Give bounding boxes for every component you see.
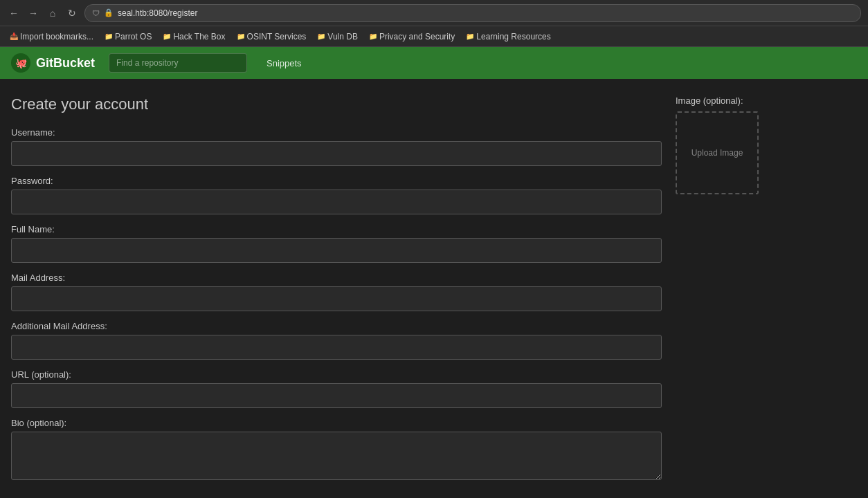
folder-icon-5: 📁 [369,33,377,40]
import-icon: 📥 [10,33,18,40]
gitbucket-navbar: 🐙 GitBucket Snippets [0,47,868,79]
bookmarks-bar: 📥 Import bookmarks... 📁 Parrot OS 📁 Hack… [0,26,868,47]
refresh-button[interactable]: ↻ [65,6,79,20]
bio-group: Bio (optional): [11,418,662,482]
bookmark-vulndb[interactable]: 📁 Vuln DB [313,30,362,43]
registration-form-section: Create your account Username: Password: … [11,95,662,492]
url-group: URL (optional): [11,369,662,408]
image-upload-box[interactable]: Upload Image [676,111,759,194]
url-input[interactable] [11,383,662,408]
mail-input[interactable] [11,286,662,311]
username-input[interactable] [11,141,662,166]
additional-mail-label: Additional Mail Address: [11,321,662,331]
folder-icon-6: 📁 [466,33,474,40]
username-label: Username: [11,127,662,138]
additional-mail-input[interactable] [11,335,662,360]
lock-icon: 🔒 [104,8,114,17]
gitbucket-logo[interactable]: 🐙 GitBucket [11,53,95,73]
shield-icon: 🛡 [92,9,100,17]
back-button[interactable]: ← [7,6,21,20]
bookmark-privacy[interactable]: 📁 Privacy and Security [365,30,459,43]
bookmark-label: Import bookmarks... [20,32,93,42]
image-optional-label: Image (optional): [676,95,766,106]
bookmark-learning[interactable]: 📁 Learning Resources [462,30,554,43]
username-group: Username: [11,127,662,166]
image-upload-section: Image (optional): Upload Image [676,95,766,492]
password-group: Password: [11,176,662,214]
bookmark-label: Vuln DB [327,32,358,42]
bookmark-label: Hack The Box [173,32,225,42]
fullname-label: Full Name: [11,224,662,234]
fullname-group: Full Name: [11,224,662,263]
bookmark-parrot[interactable]: 📁 Parrot OS [100,30,156,43]
repository-search-input[interactable] [109,53,247,73]
folder-icon-2: 📁 [163,33,171,40]
url-text: seal.htb:8080/register [118,8,197,18]
forward-button[interactable]: → [26,6,40,20]
bio-label: Bio (optional): [11,418,662,428]
page-title: Create your account [11,95,662,113]
address-bar[interactable]: 🛡 🔒 seal.htb:8080/register [84,4,861,22]
bookmark-label: Privacy and Security [379,32,455,42]
folder-icon-4: 📁 [317,33,325,40]
upload-image-text: Upload Image [691,148,743,158]
additional-mail-group: Additional Mail Address: [11,321,662,360]
password-input[interactable] [11,190,662,214]
fullname-input[interactable] [11,238,662,263]
bio-input[interactable] [11,432,662,480]
snippets-link[interactable]: Snippets [261,55,307,71]
password-label: Password: [11,176,662,186]
bookmark-label: Parrot OS [115,32,152,42]
folder-icon-1: 📁 [105,33,113,40]
main-content: Create your account Username: Password: … [0,79,868,498]
bookmark-import[interactable]: 📥 Import bookmarks... [6,30,98,43]
mail-group: Mail Address: [11,273,662,311]
home-button[interactable]: ⌂ [46,6,60,20]
bookmark-label: OSINT Services [247,32,307,42]
url-label: URL (optional): [11,369,662,380]
bookmark-osint[interactable]: 📁 OSINT Services [233,30,311,43]
gitbucket-logo-icon: 🐙 [11,53,30,73]
browser-chrome: ← → ⌂ ↻ 🛡 🔒 seal.htb:8080/register [0,0,868,26]
bookmark-label: Learning Resources [476,32,550,42]
mail-label: Mail Address: [11,273,662,283]
bookmark-htb[interactable]: 📁 Hack The Box [159,30,229,43]
gitbucket-logo-text: GitBucket [36,56,95,71]
folder-icon-3: 📁 [237,33,245,40]
